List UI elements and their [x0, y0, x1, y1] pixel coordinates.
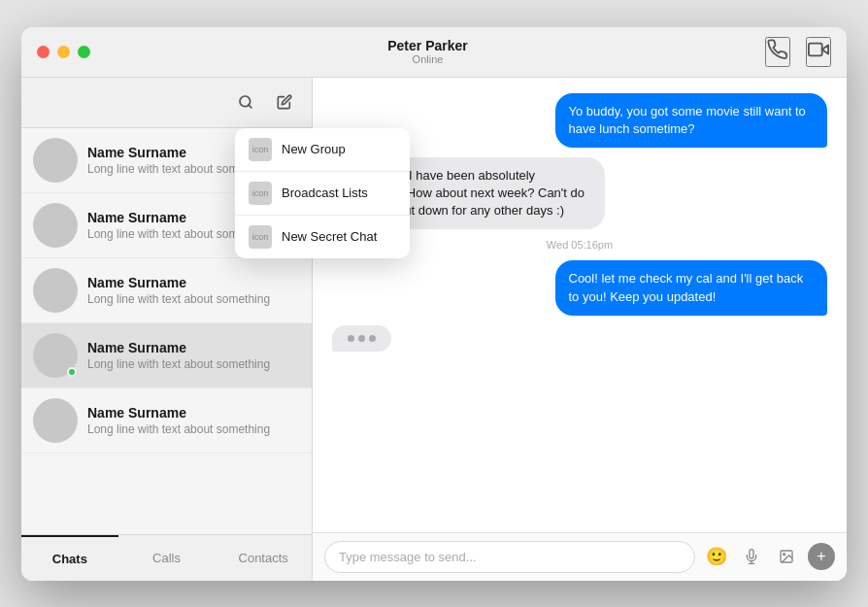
new-secret-chat-icon: icon [249, 225, 272, 249]
phone-call-button[interactable] [765, 37, 790, 67]
close-button[interactable] [37, 46, 50, 58]
traffic-lights [37, 46, 90, 58]
avatar [33, 268, 78, 313]
avatar [33, 138, 78, 183]
message-sent: Cool! let me check my cal and I'll get b… [555, 260, 828, 315]
video-call-button[interactable] [806, 37, 831, 67]
app-window: Peter Parker Online [21, 27, 847, 581]
dropdown-item-broadcast-lists[interactable]: icon Broadcast Lists [235, 172, 410, 216]
chat-contact-status: Online [413, 53, 444, 65]
contact-info: Name Surname Long line with text about s… [87, 405, 300, 436]
typing-dot-1 [348, 335, 354, 342]
sidebar-tabs: Chats Calls Contacts [21, 534, 312, 581]
sidebar-toolbar [21, 78, 312, 128]
titlebar: Peter Parker Online [21, 27, 847, 78]
message-input-bar: 🙂 + [313, 532, 847, 581]
avatar-wrap [33, 268, 78, 313]
sidebar: Name Surname Long line with text about s… [21, 78, 313, 581]
image-button[interactable] [773, 543, 800, 570]
dropdown-item-new-secret-chat[interactable]: icon New Secret Chat [235, 216, 410, 258]
new-secret-chat-label: New Secret Chat [282, 229, 377, 244]
avatar-wrap [33, 138, 78, 183]
contact-info: Name Surname Long line with text about s… [87, 340, 300, 371]
list-item[interactable]: Name Surname Long line with text about s… [21, 388, 312, 454]
chat-contact-name: Peter Parker [387, 38, 468, 53]
contact-preview: Long line with text about something [87, 357, 300, 371]
dropdown-item-new-group[interactable]: icon New Group [235, 128, 410, 172]
contact-preview: Long line with text about something [87, 422, 300, 436]
svg-point-7 [784, 554, 785, 556]
contact-name: Name Surname [87, 340, 300, 355]
new-group-icon: icon [249, 138, 272, 161]
contact-preview: Long line with text about something [87, 292, 300, 306]
main-content: Name Surname Long line with text about s… [21, 78, 847, 581]
contact-name: Name Surname [87, 405, 300, 421]
tab-chats[interactable]: Chats [21, 535, 118, 581]
avatar-wrap [33, 333, 78, 378]
avatar [33, 398, 78, 443]
minimize-button[interactable] [57, 46, 70, 58]
message-sent: Yo buddy, you got some movie still want … [555, 93, 828, 148]
avatar-wrap [33, 203, 78, 248]
titlebar-actions [765, 37, 831, 67]
new-group-label: New Group [282, 142, 346, 156]
compose-button[interactable] [269, 86, 300, 118]
online-indicator [67, 367, 77, 377]
emoji-button[interactable]: 🙂 [703, 543, 730, 570]
contact-name: Name Surname [87, 275, 300, 290]
broadcast-lists-icon: icon [249, 182, 272, 205]
titlebar-center: Peter Parker Online [90, 38, 765, 65]
avatar [33, 203, 78, 248]
svg-rect-1 [809, 43, 822, 55]
contact-info: Name Surname Long line with text about s… [87, 275, 300, 306]
broadcast-lists-label: Broadcast Lists [282, 185, 368, 200]
svg-marker-0 [822, 45, 828, 53]
typing-dot-2 [358, 335, 365, 342]
typing-dot-3 [369, 335, 376, 342]
list-item[interactable]: Name Surname Long line with text about s… [21, 323, 312, 388]
search-button[interactable] [230, 86, 261, 118]
tab-calls[interactable]: Calls [118, 535, 216, 581]
maximize-button[interactable] [78, 46, 90, 58]
message-timestamp: Wed 05:16pm [547, 239, 613, 251]
message-input[interactable] [324, 541, 695, 573]
typing-indicator [332, 325, 391, 352]
avatar-wrap [33, 398, 78, 443]
microphone-button[interactable] [738, 543, 765, 570]
list-item[interactable]: Name Surname Long line with text about s… [21, 258, 312, 323]
dropdown-menu: icon New Group icon Broadcast Lists icon… [235, 128, 410, 258]
svg-line-3 [249, 105, 251, 108]
tab-contacts[interactable]: Contacts [215, 535, 312, 581]
add-attachment-button[interactable]: + [808, 543, 835, 570]
